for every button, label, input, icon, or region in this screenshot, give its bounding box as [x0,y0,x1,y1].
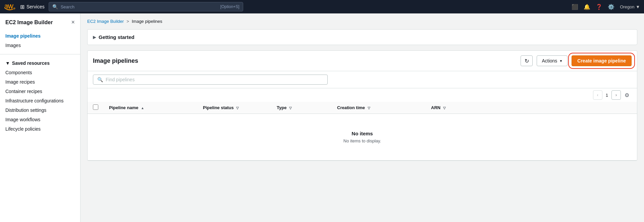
search-row: 🔍 [88,71,637,88]
next-page-button[interactable]: › [611,90,621,100]
table-body: No items No items to display. [88,114,637,161]
triangle-icon: ▼ [5,60,10,66]
table-header: Image pipelines ↻ Actions ▼ Create image… [88,51,637,71]
sidebar-item-image-workflows[interactable]: Image workflows [0,115,80,124]
prev-page-button[interactable]: ‹ [593,90,602,100]
pipelines-table: Pipeline name ▲ Pipeline status ▽ Type ▽ [88,102,637,161]
breadcrumb: EC2 Image Builder > Image pipelines [87,19,637,24]
nav-right-icons: ⬛ 🔔 ❓ ⚙️ Oregon ▼ [572,4,640,10]
page-number: 1 [604,93,610,98]
sidebar-divider [0,54,80,54]
actions-label: Actions [542,58,557,63]
sidebar-nav: Image pipelines Images ▼ Saved resources… [0,31,80,134]
sidebar-title: EC2 Image Builder [5,19,53,26]
top-navigation: ⊞ Services 🔍 [Option+S] ⬛ 🔔 ❓ ⚙️ Oregon … [0,0,644,13]
getting-started-toggle[interactable]: ▶ Getting started [88,30,637,45]
refresh-icon: ↻ [525,58,529,64]
sidebar-header: EC2 Image Builder × [0,19,80,31]
create-image-pipeline-button[interactable]: Create image pipeline [572,55,632,66]
empty-state-cell: No items No items to display. [88,114,637,161]
breadcrumb-link[interactable]: EC2 Image Builder [87,19,124,24]
help-icon[interactable]: ❓ [596,4,602,10]
services-label: Services [26,4,45,9]
pipeline-search-input[interactable] [106,77,323,82]
sidebar-item-components[interactable]: Components [0,68,80,77]
breadcrumb-current: Image pipelines [132,19,162,24]
region-selector[interactable]: Oregon ▼ [620,4,640,9]
actions-button[interactable]: Actions ▼ [537,55,568,66]
create-button-wrapper: Create image pipeline [572,55,632,66]
search-input[interactable] [61,4,218,9]
settings-icon[interactable]: ⚙️ [608,4,614,10]
sidebar-item-lifecycle-policies[interactable]: Lifecycle policies [0,124,80,134]
getting-started-label: Getting started [99,34,135,40]
empty-title: No items [93,131,632,136]
sort-icon-status: ▽ [236,106,239,110]
sort-icon-name: ▲ [141,106,144,110]
sort-icon-arn: ▽ [443,106,446,110]
column-settings-button[interactable]: ⚙ [622,90,632,100]
table-title: Image pipelines [93,57,517,64]
sort-icon-type: ▽ [289,106,292,110]
column-header-name[interactable]: Pipeline name ▲ [104,102,198,114]
sidebar-item-image-pipelines[interactable]: Image pipelines [0,31,80,41]
app-layout: EC2 Image Builder × Image pipelines Imag… [0,13,644,222]
pagination-row: ‹ 1 › ⚙ [88,88,637,102]
table-panel: Image pipelines ↻ Actions ▼ Create image… [87,50,637,161]
sidebar: EC2 Image Builder × Image pipelines Imag… [0,13,80,222]
getting-started-panel: ▶ Getting started [87,29,637,45]
breadcrumb-separator: > [126,19,129,24]
empty-state-row: No items No items to display. [88,114,637,161]
select-all-header [88,102,104,114]
aws-logo[interactable] [4,3,16,11]
select-all-checkbox[interactable] [93,104,98,110]
refresh-button[interactable]: ↻ [521,55,533,66]
column-header-status[interactable]: Pipeline status ▽ [198,102,271,114]
column-header-type[interactable]: Type ▽ [271,102,332,114]
sidebar-item-container-recipes[interactable]: Container recipes [0,87,80,96]
search-shortcut: [Option+S] [220,4,239,9]
empty-state: No items No items to display. [93,117,632,157]
prev-icon: ‹ [597,93,598,97]
notifications-icon[interactable]: 🔔 [584,4,590,10]
pipeline-search[interactable]: 🔍 [93,75,328,85]
sidebar-saved-resources-header[interactable]: ▼ Saved resources [0,58,80,68]
sidebar-item-distribution-settings[interactable]: Distribution settings [0,105,80,115]
search-bar[interactable]: 🔍 [Option+S] [49,2,243,11]
expand-icon: ▶ [93,35,96,40]
next-icon: › [615,93,617,97]
empty-description: No items to display. [93,138,632,143]
sidebar-item-image-recipes[interactable]: Image recipes [0,77,80,87]
column-settings-icon: ⚙ [625,92,629,98]
cloudshell-icon[interactable]: ⬛ [572,4,578,10]
column-header-creation[interactable]: Creation time ▽ [332,102,426,114]
actions-dropdown-icon: ▼ [559,59,562,63]
services-menu[interactable]: ⊞ Services [20,4,45,10]
table-header-row: Pipeline name ▲ Pipeline status ▽ Type ▽ [88,102,637,114]
sidebar-item-images[interactable]: Images [0,41,80,50]
sidebar-close-button[interactable]: × [71,19,75,26]
search-icon: 🔍 [52,4,58,9]
column-header-arn[interactable]: ARN ▽ [426,102,637,114]
table-head: Pipeline name ▲ Pipeline status ▽ Type ▽ [88,102,637,114]
search-icon: 🔍 [97,77,103,82]
main-content: EC2 Image Builder > Image pipelines ▶ Ge… [80,13,644,222]
sidebar-item-infrastructure-configurations[interactable]: Infrastructure configurations [0,96,80,105]
sort-icon-creation: ▽ [368,106,370,110]
